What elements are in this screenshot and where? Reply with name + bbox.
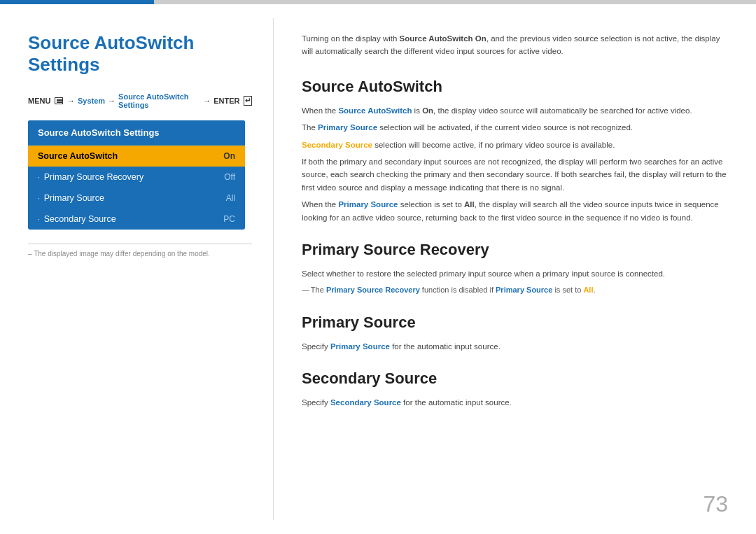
item-value-primary-source-recovery: Off [224, 172, 235, 182]
section-title-source-autoswitch: Source AutoSwitch [302, 78, 728, 96]
image-note: – The displayed image may differ dependi… [28, 244, 252, 258]
item-value-secondary-source: PC [223, 214, 235, 224]
section-text-sa-5: When the Primary Source selection is set… [302, 198, 728, 224]
section-title-primary-source-recovery: Primary Source Recovery [302, 241, 728, 259]
item-value-primary-source: All [226, 193, 235, 203]
menu-path: MENU → System → Source AutoSwitch Settin… [28, 92, 252, 109]
enter-label: ENTER [214, 97, 239, 105]
section-text-ps-1: Specify Primary Source for the automatic… [302, 340, 728, 353]
section-text-sa-3: Secondary Source selection will become a… [302, 139, 728, 151]
menu-icon [55, 97, 63, 104]
arrow-3: → [203, 97, 211, 105]
menu-panel-title: Source AutoSwitch Settings [28, 120, 245, 146]
section-secondary-source: Secondary Source Specify Secondary Sourc… [302, 370, 728, 409]
menu-item-secondary-source[interactable]: · Secondary Source PC [28, 209, 245, 230]
page-number: 73 [703, 491, 728, 517]
menu-label: MENU [28, 97, 50, 105]
page-title: Source AutoSwitch Settings [28, 32, 252, 76]
right-column: Turning on the display with Source AutoS… [274, 4, 756, 534]
dot-2: · [38, 195, 40, 202]
section-primary-source-recovery: Primary Source Recovery Select whether t… [302, 241, 728, 297]
menu-item-primary-source-recovery[interactable]: · Primary Source Recovery Off [28, 167, 245, 188]
menu-panel: Source AutoSwitch Settings Source AutoSw… [28, 120, 245, 230]
intro-text: Turning on the display with Source AutoS… [302, 32, 728, 58]
item-label-source-autoswitch: Source AutoSwitch [38, 151, 118, 161]
left-column: Source AutoSwitch Settings MENU → System… [0, 4, 273, 534]
section-title-secondary-source: Secondary Source [302, 370, 728, 388]
item-label-primary-source: · Primary Source [38, 193, 104, 203]
section-text-psr-1: Select whether to restore the selected p… [302, 267, 728, 280]
top-decorative-bar [0, 0, 756, 4]
section-title-primary-source: Primary Source [302, 314, 728, 332]
section-note-psr: The Primary Source Recovery function is … [302, 284, 728, 297]
item-value-source-autoswitch: On [223, 151, 235, 161]
image-note-text: The displayed image may differ depending… [34, 250, 210, 258]
top-bar-gray-segment [154, 0, 756, 4]
item-label-primary-source-recovery: · Primary Source Recovery [38, 172, 144, 182]
top-bar-blue-segment [0, 0, 154, 4]
enter-icon [244, 96, 252, 106]
section-primary-source: Primary Source Specify Primary Source fo… [302, 314, 728, 353]
menu-item-primary-source[interactable]: · Primary Source All [28, 188, 245, 209]
image-note-dash: – [28, 250, 34, 258]
arrow-1: → [67, 97, 75, 105]
arrow-2: → [108, 97, 115, 105]
dot-1: · [38, 174, 40, 181]
dot-3: · [38, 216, 40, 223]
menu-item-source-autoswitch[interactable]: Source AutoSwitch On [28, 146, 245, 167]
section-text-sa-4: If both the primary and secondary input … [302, 155, 728, 194]
settings-label: Source AutoSwitch Settings [118, 92, 200, 109]
section-source-autoswitch: Source AutoSwitch When the Source AutoSw… [302, 78, 728, 224]
system-label: System [78, 97, 105, 105]
section-text-sa-1: When the Source AutoSwitch is On, the di… [302, 104, 728, 117]
section-text-sa-2: The Primary Source selection will be act… [302, 121, 728, 134]
section-text-ss-1: Specify Secondary Source for the automat… [302, 396, 728, 409]
item-label-secondary-source: · Secondary Source [38, 214, 116, 224]
